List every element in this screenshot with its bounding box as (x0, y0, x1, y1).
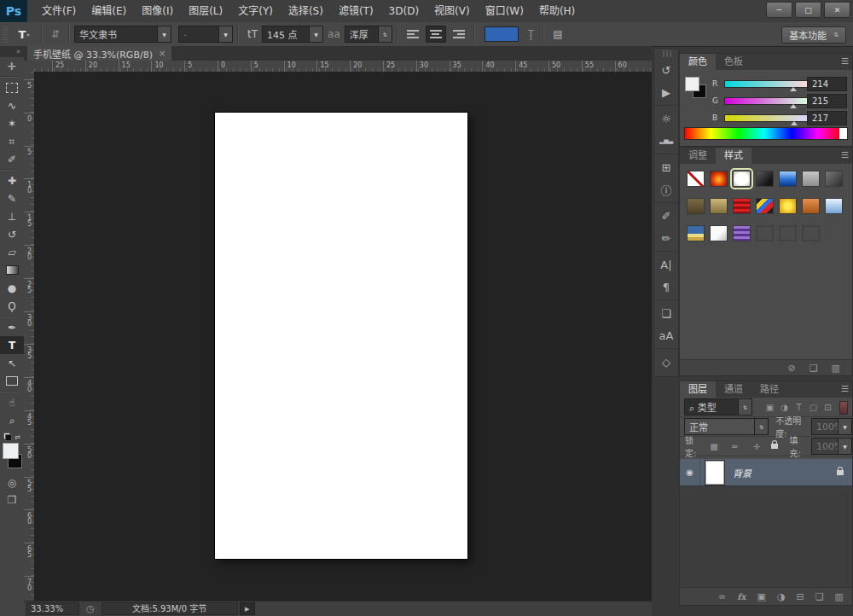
minimize-button[interactable]: ─ (766, 2, 792, 18)
style-red-stripes[interactable] (733, 198, 751, 214)
gradient-tool[interactable] (0, 261, 24, 279)
default-colors-icon[interactable] (3, 433, 12, 441)
tools-collapse-button[interactable]: » (0, 46, 24, 57)
align-center-button[interactable] (426, 26, 446, 43)
close-button[interactable]: ✕ (824, 2, 850, 18)
tab-色板[interactable]: 色板 (716, 54, 751, 70)
move-tool[interactable]: ✛ (0, 57, 24, 75)
actions-panel-icon[interactable]: ▶ (654, 81, 678, 103)
link-layers-icon[interactable]: ∞ (718, 591, 726, 602)
channel-value[interactable]: 214 (807, 77, 847, 91)
menu-item-11[interactable]: 帮助(H) (531, 0, 583, 22)
style-gray-slate[interactable] (825, 171, 843, 187)
lock-transparent-pixels-icon[interactable]: ▩ (707, 442, 722, 451)
font-style-select[interactable]: - ▼ (178, 26, 233, 43)
color-spectrum-ramp[interactable] (684, 127, 848, 140)
swap-colors-icon[interactable]: ⇄ (15, 433, 20, 441)
slider-thumb-icon[interactable] (790, 87, 797, 91)
screen-mode-button[interactable]: ❐ (2, 492, 22, 508)
style-blue-glossy[interactable] (779, 171, 797, 187)
menu-item-3[interactable]: 图像(I) (134, 0, 181, 22)
style-bronze[interactable] (687, 198, 705, 214)
slider-thumb-icon[interactable] (791, 121, 798, 125)
channel-value[interactable]: 215 (807, 94, 847, 108)
add-layer-mask-icon[interactable]: ▣ (757, 591, 765, 602)
menu-item-6[interactable]: 选择(S) (281, 0, 331, 22)
delete-layer-icon[interactable]: ▥ (835, 591, 844, 602)
clone-source-panel-icon[interactable]: ⊞ (654, 156, 678, 178)
fill-select[interactable]: 100% ▼ (811, 438, 852, 455)
blend-mode-select[interactable]: 正常 ⇅ (684, 418, 769, 435)
zoom-tool[interactable]: ⌕ (0, 411, 24, 429)
layer-filter-select[interactable]: ⌕ 类型 ⇅ (684, 398, 752, 416)
font-family-select[interactable]: 华文隶书 ▼ (74, 26, 171, 43)
foreground-color-swatch[interactable] (685, 77, 699, 91)
new-layer-icon[interactable]: ❑ (815, 591, 824, 602)
strip-grip[interactable] (661, 50, 671, 57)
tab-样式[interactable]: 样式 (716, 148, 751, 164)
menu-item-1[interactable]: 文件(F) (34, 0, 84, 22)
blur-tool[interactable]: ● (0, 279, 24, 297)
align-left-button[interactable] (403, 26, 424, 43)
layer-comps-panel-icon[interactable]: ❏ (654, 302, 678, 324)
quick-mask-button[interactable]: ◎ (2, 475, 22, 491)
style-dark-bevel[interactable] (756, 171, 774, 187)
layer-thumbnail[interactable] (705, 461, 724, 485)
3d-panel-icon[interactable]: ◇ (654, 351, 678, 373)
clear-style-icon[interactable]: ⊘ (788, 363, 796, 374)
anti-alias-select[interactable]: 浑厚 ⇅ (345, 26, 392, 43)
character-panel-icon[interactable]: A| (654, 253, 678, 276)
style-blue-sky[interactable] (825, 198, 843, 214)
style-multicolor-zigzag[interactable] (756, 198, 774, 214)
paragraph-panel-icon[interactable]: ¶ (654, 276, 678, 298)
new-group-icon[interactable]: ⊟ (797, 591, 804, 602)
foreground-color-swatch[interactable] (3, 443, 19, 459)
lock-all-icon[interactable] (771, 444, 778, 449)
style-horizon[interactable] (687, 225, 705, 241)
document-canvas[interactable] (215, 113, 467, 559)
style-orange-glow[interactable] (710, 171, 728, 187)
tab-颜色[interactable]: 颜色 (680, 54, 716, 70)
horizontal-ruler[interactable]: 252015105051015202530354045505560 (34, 61, 652, 73)
adjustments-panel-icon[interactable]: ☼ (654, 108, 678, 130)
crop-tool[interactable]: ⌗ (0, 132, 24, 150)
close-tab-icon[interactable]: × (159, 49, 165, 58)
clone-stamp-tool[interactable]: ⊥ (0, 207, 24, 225)
panel-menu-icon[interactable]: ☰ (841, 150, 849, 160)
style-gray-noise[interactable] (802, 171, 820, 187)
add-adjustment-layer-icon[interactable]: ◑ (777, 591, 786, 602)
menu-item-7[interactable]: 滤镜(T) (331, 0, 381, 22)
dodge-tool[interactable]: Ϙ (0, 297, 24, 315)
menu-item-10[interactable]: 窗口(W) (478, 0, 531, 22)
eyedropper-tool[interactable]: ✐ (0, 150, 24, 168)
style-white-rounded[interactable] (733, 171, 751, 187)
panel-menu-icon[interactable]: ☰ (841, 56, 849, 66)
lock-image-pixels-icon[interactable]: ✏ (728, 442, 743, 451)
style-tan-gradient[interactable] (710, 198, 728, 214)
style-empty-slot[interactable] (756, 225, 774, 241)
menu-item-2[interactable]: 编辑(E) (84, 0, 134, 22)
style-none[interactable] (687, 171, 705, 187)
eraser-tool[interactable]: ▱ (0, 243, 24, 261)
type-tool[interactable]: T (0, 336, 24, 354)
font-size-select[interactable]: 145 点 ▼ (262, 26, 323, 43)
style-empty-slot[interactable] (802, 225, 820, 241)
hand-tool[interactable]: ☝ (0, 393, 24, 411)
menu-item-9[interactable]: 视图(V) (426, 0, 478, 22)
brush-tool[interactable]: ✎ (0, 189, 24, 207)
lasso-tool[interactable]: ∿ (0, 96, 24, 114)
options-bar-grip[interactable] (3, 26, 9, 43)
filter-shape-layers-icon[interactable]: ▢ (806, 403, 821, 412)
layer-filtering-toggle[interactable] (839, 401, 848, 415)
document-tab[interactable]: 手机壁纸 @ 33.3%(RGB/8) × (27, 46, 171, 61)
menu-item-8[interactable]: 3D(D) (381, 0, 426, 22)
text-orientation-icon[interactable]: ⇵ (51, 28, 60, 40)
info-panel-icon[interactable]: ⓘ (654, 178, 678, 200)
text-color-swatch[interactable] (485, 26, 519, 42)
filter-smart-objects-icon[interactable]: ⊡ (821, 403, 835, 412)
menu-item-5[interactable]: 文字(Y) (230, 0, 281, 22)
lock-position-icon[interactable]: ✛ (750, 442, 764, 451)
layer-style-icon[interactable]: fx (737, 592, 746, 601)
slider-thumb-icon[interactable] (790, 104, 797, 108)
filter-type-layers-icon[interactable]: T (792, 403, 806, 412)
